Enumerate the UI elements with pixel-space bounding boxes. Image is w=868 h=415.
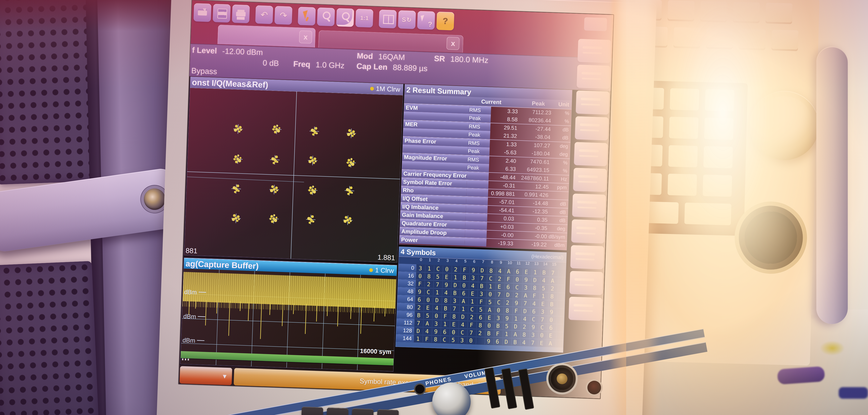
softkey-button[interactable]	[568, 297, 602, 321]
context-help-icon[interactable]: ?	[417, 11, 435, 30]
column-current: Current	[481, 98, 502, 105]
result-unit: deg	[552, 143, 570, 149]
close-icon[interactable]: x	[299, 30, 312, 43]
result-subname	[466, 188, 488, 197]
window-layout-icon[interactable]	[379, 10, 397, 29]
undo-icon[interactable]: ↶	[255, 5, 273, 24]
symbols-col-header: 8	[487, 260, 496, 267]
redo-icon[interactable]: ↷	[275, 6, 292, 25]
front-panel-key	[301, 407, 323, 415]
close-icon[interactable]: x	[446, 37, 460, 50]
result-subname	[465, 213, 488, 222]
result-unit: %	[551, 159, 570, 166]
status-dropdown-button[interactable]: ▼	[180, 366, 232, 385]
symbols-col-header: 7	[478, 260, 488, 267]
symbols-col-header: 4	[452, 258, 461, 266]
front-panel-key	[351, 408, 374, 415]
constellation-cluster	[308, 185, 318, 196]
result-unit: Hz	[551, 176, 569, 182]
result-current: 1.33	[490, 140, 519, 148]
y-axis-label: dBm	[183, 313, 206, 321]
softkey-button[interactable]	[572, 194, 606, 218]
softkey-button[interactable]	[577, 65, 611, 89]
result-peak: 7470.61	[518, 158, 551, 166]
multi-window-zoom-icon[interactable]	[336, 8, 354, 27]
result-subname	[467, 180, 489, 189]
bench-object-purple	[777, 366, 825, 385]
mod-label: Mod	[357, 51, 373, 61]
constellation-cluster	[346, 158, 356, 168]
result-subname	[465, 221, 487, 230]
sequencer-icon[interactable]: S↻	[398, 10, 416, 29]
softkey-button[interactable]	[575, 116, 609, 141]
result-unit: %	[553, 110, 571, 116]
constellation-cluster	[269, 185, 279, 195]
result-current: 6.33	[489, 165, 518, 172]
symbols-col-header: 6	[469, 259, 478, 267]
softkey-button[interactable]	[574, 142, 608, 166]
result-current: -5.63	[490, 148, 518, 156]
result-peak: -27.44	[519, 125, 552, 133]
keypad-key	[668, 174, 697, 196]
freq-label: Freq	[293, 60, 310, 69]
result-peak: -180.04	[518, 149, 552, 157]
constellation-cluster	[272, 125, 282, 134]
tab-channel-1[interactable]: x	[217, 25, 316, 47]
constellation-cluster	[270, 155, 280, 165]
result-peak: 80236.44	[519, 116, 553, 124]
constellation-cluster	[231, 213, 241, 223]
constellation-cluster	[233, 154, 243, 164]
instrument-key	[733, 2, 760, 22]
bypass-label: Bypass	[191, 66, 217, 76]
zoom-1-1-icon[interactable]: 1:1	[355, 9, 373, 28]
instrument-key	[772, 30, 798, 49]
result-unit: dB/sym	[549, 234, 567, 240]
instrument-key	[674, 27, 701, 47]
window-subtitle: (Hexadecimal)	[531, 253, 564, 260]
magnitude-trace	[183, 272, 396, 309]
result-current: 21.32	[490, 132, 519, 139]
result-current: 0.03	[487, 215, 516, 222]
result-unit: dBm	[548, 242, 567, 248]
window-symbols: 4 Symbols (Hexadecimal) 0123456789101112…	[396, 247, 567, 353]
select-cursor-icon[interactable]	[298, 7, 316, 26]
result-subname: RMS	[469, 106, 491, 114]
signal-analyzer: ↶ ↷	[156, 0, 657, 415]
result-table-body: EVM RMS 3.33 7112.23 % Peak 8.58 80236.4…	[399, 103, 571, 249]
symbols-col-header: 5	[461, 259, 470, 266]
save-icon[interactable]	[213, 4, 230, 23]
softkey-button[interactable]	[571, 219, 605, 244]
toolbar-glyph: ↷	[275, 6, 292, 25]
result-unit: deg	[551, 151, 570, 157]
result-subname: Peak	[467, 163, 489, 172]
keypad-key	[703, 175, 732, 197]
softkey-button[interactable]	[578, 39, 611, 63]
axis-max-label: 1.881	[377, 253, 395, 262]
print-icon[interactable]	[232, 4, 250, 23]
constellation-cluster	[346, 128, 356, 138]
result-unit: deg	[549, 226, 567, 232]
result-peak: 0.991 426	[517, 191, 550, 199]
symbols-header-spacer	[399, 257, 416, 264]
toolbar-glyph: ?	[417, 11, 435, 30]
symbols-col-header: 10	[505, 261, 514, 268]
instrument-key	[766, 3, 793, 23]
result-current: 2.40	[489, 157, 518, 164]
window-control-button[interactable]	[584, 17, 607, 31]
result-current: -54.41	[488, 206, 516, 214]
softkey-button[interactable]	[569, 271, 603, 295]
result-peak: -19.22	[515, 240, 549, 248]
softkey-button[interactable]	[576, 91, 610, 115]
softkey-button[interactable]	[570, 245, 604, 270]
result-current: -48.44	[489, 173, 517, 181]
symbols-col-header: 1	[425, 257, 434, 265]
result-peak: 2487860.11	[517, 174, 551, 182]
toolbar-glyph	[379, 10, 397, 29]
result-subname	[467, 172, 489, 180]
result-peak: -38.04	[519, 133, 552, 141]
zoom-icon[interactable]	[317, 7, 335, 26]
help-icon[interactable]: ?	[436, 11, 454, 30]
softkey-button[interactable]	[573, 168, 607, 192]
open-file-icon[interactable]	[193, 3, 211, 22]
result-subname	[466, 197, 488, 205]
